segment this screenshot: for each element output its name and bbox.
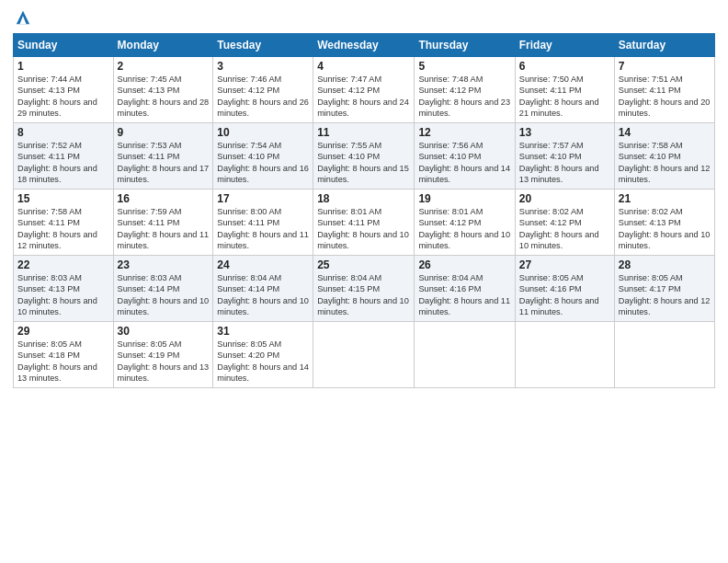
calendar-cell: 8Sunrise: 7:52 AMSunset: 4:11 PMDaylight… (14, 123, 114, 190)
calendar-cell: 21Sunrise: 8:02 AMSunset: 4:13 PMDayligh… (614, 190, 714, 256)
day-number: 18 (317, 192, 410, 205)
day-info: Sunrise: 7:46 AMSunset: 4:12 PMDaylight:… (217, 74, 309, 120)
day-number: 16 (118, 192, 210, 205)
day-number: 9 (118, 126, 210, 139)
day-number: 2 (118, 60, 210, 73)
day-number: 31 (217, 325, 309, 338)
day-info: Sunrise: 8:05 AMSunset: 4:17 PMDaylight:… (619, 272, 711, 318)
page-container: SundayMondayTuesdayWednesdayThursdayFrid… (0, 0, 728, 396)
col-header-wednesday: Wednesday (313, 34, 415, 57)
calendar-cell: 11Sunrise: 7:55 AMSunset: 4:10 PMDayligh… (313, 123, 415, 190)
calendar-cell (415, 322, 515, 388)
logo-icon (15, 9, 31, 26)
day-number: 11 (317, 126, 410, 139)
calendar-cell: 25Sunrise: 8:04 AMSunset: 4:15 PMDayligh… (313, 256, 415, 322)
day-number: 12 (418, 126, 510, 139)
calendar-cell: 27Sunrise: 8:05 AMSunset: 4:16 PMDayligh… (515, 256, 614, 322)
calendar-cell: 17Sunrise: 8:00 AMSunset: 4:11 PMDayligh… (213, 190, 313, 256)
day-info: Sunrise: 8:04 AMSunset: 4:15 PMDaylight:… (317, 272, 410, 318)
calendar-cell: 4Sunrise: 7:47 AMSunset: 4:12 PMDaylight… (313, 57, 415, 123)
page-header (13, 9, 715, 26)
day-info: Sunrise: 8:01 AMSunset: 4:12 PMDaylight:… (418, 206, 510, 252)
calendar-cell: 30Sunrise: 8:05 AMSunset: 4:19 PMDayligh… (113, 322, 213, 388)
day-number: 27 (519, 259, 610, 271)
calendar-cell: 29Sunrise: 8:05 AMSunset: 4:18 PMDayligh… (14, 322, 114, 388)
day-number: 14 (619, 126, 711, 139)
day-info: Sunrise: 8:01 AMSunset: 4:11 PMDaylight:… (317, 206, 410, 252)
calendar-cell: 9Sunrise: 7:53 AMSunset: 4:11 PMDaylight… (113, 123, 213, 190)
col-header-thursday: Thursday (415, 34, 515, 57)
col-header-monday: Monday (113, 34, 213, 57)
calendar-cell: 13Sunrise: 7:57 AMSunset: 4:10 PMDayligh… (515, 123, 614, 190)
calendar-cell: 15Sunrise: 7:58 AMSunset: 4:11 PMDayligh… (14, 190, 114, 256)
day-info: Sunrise: 7:58 AMSunset: 4:11 PMDaylight:… (17, 206, 109, 252)
day-number: 1 (17, 60, 109, 73)
day-number: 8 (17, 126, 109, 139)
logo (13, 9, 31, 26)
day-number: 30 (118, 325, 210, 338)
calendar-cell: 6Sunrise: 7:50 AMSunset: 4:11 PMDaylight… (515, 57, 614, 123)
calendar-cell (515, 322, 614, 388)
calendar-cell: 10Sunrise: 7:54 AMSunset: 4:10 PMDayligh… (213, 123, 313, 190)
day-info: Sunrise: 8:05 AMSunset: 4:20 PMDaylight:… (217, 339, 309, 385)
day-number: 13 (519, 126, 610, 139)
day-info: Sunrise: 7:51 AMSunset: 4:11 PMDaylight:… (619, 74, 711, 120)
day-info: Sunrise: 7:47 AMSunset: 4:12 PMDaylight:… (317, 74, 410, 120)
day-info: Sunrise: 8:02 AMSunset: 4:13 PMDaylight:… (619, 206, 711, 252)
calendar-cell: 28Sunrise: 8:05 AMSunset: 4:17 PMDayligh… (614, 256, 714, 322)
day-info: Sunrise: 7:57 AMSunset: 4:10 PMDaylight:… (519, 140, 610, 186)
day-info: Sunrise: 7:55 AMSunset: 4:10 PMDaylight:… (317, 140, 410, 186)
day-info: Sunrise: 8:00 AMSunset: 4:11 PMDaylight:… (217, 206, 309, 252)
col-header-saturday: Saturday (614, 34, 714, 57)
day-number: 19 (418, 192, 510, 205)
day-info: Sunrise: 8:03 AMSunset: 4:14 PMDaylight:… (118, 272, 210, 318)
calendar-cell: 14Sunrise: 7:58 AMSunset: 4:10 PMDayligh… (614, 123, 714, 190)
calendar-cell: 12Sunrise: 7:56 AMSunset: 4:10 PMDayligh… (415, 123, 515, 190)
calendar-cell: 19Sunrise: 8:01 AMSunset: 4:12 PMDayligh… (415, 190, 515, 256)
calendar-table: SundayMondayTuesdayWednesdayThursdayFrid… (13, 33, 715, 388)
day-number: 4 (317, 60, 410, 73)
col-header-sunday: Sunday (14, 34, 114, 57)
day-number: 26 (418, 259, 510, 271)
col-header-tuesday: Tuesday (213, 34, 313, 57)
calendar-cell: 23Sunrise: 8:03 AMSunset: 4:14 PMDayligh… (113, 256, 213, 322)
day-number: 15 (17, 192, 109, 205)
calendar-cell: 18Sunrise: 8:01 AMSunset: 4:11 PMDayligh… (313, 190, 415, 256)
calendar-cell: 20Sunrise: 8:02 AMSunset: 4:12 PMDayligh… (515, 190, 614, 256)
calendar-cell (313, 322, 415, 388)
day-info: Sunrise: 7:56 AMSunset: 4:10 PMDaylight:… (418, 140, 510, 186)
day-number: 10 (217, 126, 309, 139)
day-info: Sunrise: 7:58 AMSunset: 4:10 PMDaylight:… (619, 140, 711, 186)
day-number: 28 (619, 259, 711, 271)
day-number: 3 (217, 60, 309, 73)
calendar-cell: 2Sunrise: 7:45 AMSunset: 4:13 PMDaylight… (113, 57, 213, 123)
day-info: Sunrise: 7:54 AMSunset: 4:10 PMDaylight:… (217, 140, 309, 186)
col-header-friday: Friday (515, 34, 614, 57)
day-number: 24 (217, 259, 309, 271)
day-info: Sunrise: 8:03 AMSunset: 4:13 PMDaylight:… (17, 272, 109, 318)
day-info: Sunrise: 8:05 AMSunset: 4:16 PMDaylight:… (519, 272, 610, 318)
calendar-cell: 26Sunrise: 8:04 AMSunset: 4:16 PMDayligh… (415, 256, 515, 322)
day-info: Sunrise: 7:48 AMSunset: 4:12 PMDaylight:… (418, 74, 510, 120)
day-info: Sunrise: 7:59 AMSunset: 4:11 PMDaylight:… (118, 206, 210, 252)
day-number: 21 (619, 192, 711, 205)
day-number: 22 (17, 259, 109, 271)
day-number: 29 (17, 325, 109, 338)
calendar-cell: 22Sunrise: 8:03 AMSunset: 4:13 PMDayligh… (14, 256, 114, 322)
calendar-cell: 1Sunrise: 7:44 AMSunset: 4:13 PMDaylight… (14, 57, 114, 123)
calendar-cell: 5Sunrise: 7:48 AMSunset: 4:12 PMDaylight… (415, 57, 515, 123)
calendar-cell: 31Sunrise: 8:05 AMSunset: 4:20 PMDayligh… (213, 322, 313, 388)
calendar-cell: 7Sunrise: 7:51 AMSunset: 4:11 PMDaylight… (614, 57, 714, 123)
day-number: 6 (519, 60, 610, 73)
day-info: Sunrise: 8:04 AMSunset: 4:16 PMDaylight:… (418, 272, 510, 318)
calendar-cell: 3Sunrise: 7:46 AMSunset: 4:12 PMDaylight… (213, 57, 313, 123)
day-info: Sunrise: 7:53 AMSunset: 4:11 PMDaylight:… (118, 140, 210, 186)
day-number: 23 (118, 259, 210, 271)
day-info: Sunrise: 7:44 AMSunset: 4:13 PMDaylight:… (17, 74, 109, 120)
day-number: 7 (619, 60, 711, 73)
day-info: Sunrise: 7:45 AMSunset: 4:13 PMDaylight:… (118, 74, 210, 120)
day-info: Sunrise: 8:05 AMSunset: 4:19 PMDaylight:… (118, 339, 210, 385)
day-number: 20 (519, 192, 610, 205)
calendar-cell: 24Sunrise: 8:04 AMSunset: 4:14 PMDayligh… (213, 256, 313, 322)
day-info: Sunrise: 8:02 AMSunset: 4:12 PMDaylight:… (519, 206, 610, 252)
